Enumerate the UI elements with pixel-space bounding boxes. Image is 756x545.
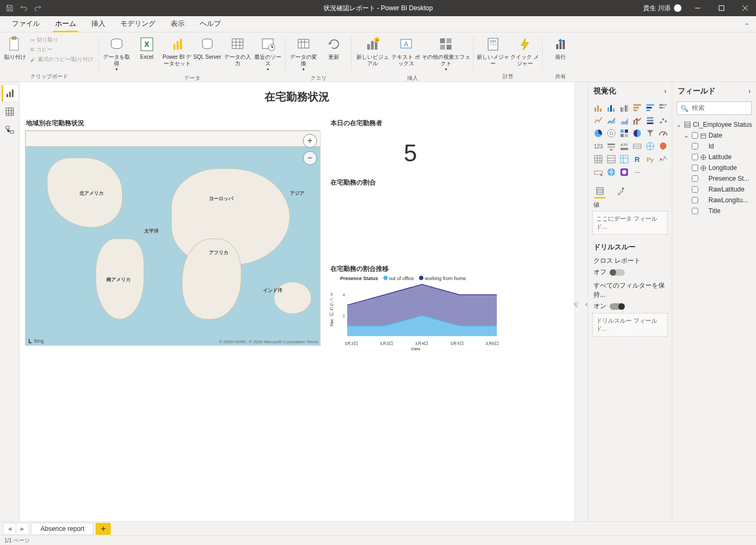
recent-sources-button[interactable]: 最近のソース▾ <box>253 33 282 74</box>
cut-button[interactable]: ✂切り取り <box>28 36 96 44</box>
viz-type-tile[interactable] <box>618 114 630 126</box>
viz-type-tile[interactable] <box>605 166 617 178</box>
report-canvas[interactable]: 在宅勤務状況 地域別在宅勤務状況 北アメリカ 南アメリカ ヨーロッパ アフリカ … <box>19 82 575 521</box>
redo-icon[interactable] <box>31 2 44 15</box>
viz-type-tile[interactable]: ab <box>605 140 617 152</box>
drillthrough-field-well[interactable]: ドリルスルー フィールド... <box>592 313 667 337</box>
tab-view[interactable]: 表示 <box>163 16 192 32</box>
map-zoom-out-icon[interactable]: − <box>303 151 317 165</box>
visual-map[interactable]: 地域別在宅勤務状況 北アメリカ 南アメリカ ヨーロッパ アフリカ アジア 太平洋… <box>25 117 321 343</box>
viz-type-tile[interactable] <box>592 101 604 113</box>
viz-type-tile[interactable] <box>592 153 604 165</box>
enter-data-button[interactable]: データの入力 <box>223 33 252 69</box>
viz-type-tile[interactable]: R <box>631 153 643 165</box>
new-measure-button[interactable]: 新しいメジャー <box>477 33 509 69</box>
viz-type-tile[interactable] <box>644 114 656 126</box>
save-icon[interactable] <box>3 2 16 15</box>
visual-trend-chart[interactable]: 在宅勤務の割合推移 Presence Status out of office … <box>329 262 502 349</box>
viz-type-tile[interactable] <box>618 153 630 165</box>
viz-tab-format-icon[interactable] <box>615 185 626 197</box>
viz-type-tile[interactable] <box>631 140 643 152</box>
field-checkbox[interactable] <box>692 208 698 214</box>
tab-file[interactable]: ファイル <box>4 16 48 32</box>
visual-card[interactable]: 本日の在宅勤務者 5 <box>329 117 491 170</box>
viz-type-tile[interactable] <box>657 114 669 126</box>
tab-home[interactable]: ホーム <box>48 16 84 32</box>
viz-type-tile[interactable] <box>657 140 669 152</box>
minimize-icon[interactable] <box>687 0 708 16</box>
report-view-icon[interactable] <box>2 85 18 101</box>
paste-button[interactable]: 貼り付け <box>3 33 27 63</box>
viz-type-tile[interactable] <box>631 101 643 113</box>
values-field-well[interactable]: ここにデータ フィールド... <box>592 211 667 235</box>
viz-pane-header[interactable]: 視覚化› <box>588 82 672 100</box>
field-row[interactable]: Id <box>674 141 754 152</box>
viz-type-tile[interactable] <box>592 166 604 178</box>
format-painter-button[interactable]: 🖌書式のコピー/貼り付け <box>28 55 96 64</box>
field-row[interactable]: Title <box>674 206 754 216</box>
viz-type-tile[interactable] <box>605 101 617 113</box>
field-checkbox[interactable] <box>692 143 698 149</box>
field-checkbox[interactable] <box>692 197 698 203</box>
fields-pane-header[interactable]: フィールド› <box>672 82 756 100</box>
copy-button[interactable]: ⧉コピー <box>28 45 96 54</box>
user-label[interactable]: 貴生 川添 <box>643 4 681 13</box>
viz-type-tile[interactable] <box>618 101 630 113</box>
viz-type-tile[interactable]: KPI <box>618 140 630 152</box>
tab-insert[interactable]: 挿入 <box>84 16 113 32</box>
viz-type-tile[interactable] <box>644 101 656 113</box>
field-row[interactable]: RawLatitude <box>674 184 754 195</box>
viz-type-tile[interactable] <box>644 140 656 152</box>
field-row[interactable]: RawLongitu... <box>674 195 754 206</box>
sql-server-button[interactable]: SQL Server <box>193 33 222 63</box>
field-checkbox[interactable] <box>692 132 698 139</box>
excel-button[interactable]: XExcel <box>132 33 161 63</box>
field-row[interactable]: ⌄Date <box>674 130 754 141</box>
get-data-button[interactable]: データを取得▾ <box>102 33 131 74</box>
map-zoom-in-icon[interactable]: + <box>303 134 317 148</box>
field-checkbox[interactable] <box>692 175 698 182</box>
quick-measure-button[interactable]: クイック メジャー <box>510 33 539 69</box>
data-view-icon[interactable] <box>2 104 18 120</box>
cross-report-toggle[interactable] <box>610 269 625 276</box>
tab-modeling[interactable]: モデリング <box>113 16 163 32</box>
viz-type-tile[interactable]: 123 <box>592 140 604 152</box>
viz-type-tile[interactable] <box>605 114 617 126</box>
close-icon[interactable] <box>734 0 756 16</box>
keep-filters-toggle[interactable] <box>610 303 625 310</box>
map-surface[interactable]: 北アメリカ 南アメリカ ヨーロッパ アフリカ アジア 太平洋 インド洋 + − … <box>25 130 321 346</box>
refresh-button[interactable]: 更新 <box>319 33 348 63</box>
pbi-dataset-button[interactable]: Power BI データセット <box>163 33 192 69</box>
viz-type-tile[interactable] <box>657 101 669 113</box>
textbox-button[interactable]: Aテキスト ボックス <box>392 33 421 69</box>
visual-ratio[interactable]: 在宅勤務の割合 <box>329 176 491 257</box>
field-row[interactable]: Latitude <box>674 152 754 162</box>
add-page-button[interactable]: + <box>96 523 111 535</box>
viz-type-tile[interactable]: Py <box>644 153 656 165</box>
viz-type-tile[interactable] <box>657 153 669 165</box>
viz-type-tile[interactable] <box>631 127 643 139</box>
viz-type-tile[interactable] <box>618 127 630 139</box>
field-checkbox[interactable] <box>692 165 698 171</box>
viz-type-tile[interactable] <box>657 127 669 139</box>
more-visuals-button[interactable]: その他の視覚エフェクト▾ <box>422 33 470 74</box>
publish-button[interactable]: 発行 <box>546 33 575 63</box>
maximize-icon[interactable] <box>711 0 732 16</box>
fields-search-input[interactable]: 🔍検索 <box>677 101 752 115</box>
viz-type-tile[interactable] <box>605 127 617 139</box>
page-prev-icon[interactable]: ◄ <box>3 523 16 535</box>
viz-more-icon[interactable]: ··· <box>631 166 643 178</box>
viz-type-tile[interactable] <box>592 127 604 139</box>
ribbon-collapse-icon[interactable]: ⌃ <box>738 20 756 32</box>
undo-icon[interactable] <box>17 2 30 15</box>
viz-type-tile[interactable] <box>605 153 617 165</box>
chevron-right-icon[interactable]: › <box>664 87 666 95</box>
new-visual-button[interactable]: +新しいビジュアル <box>355 33 390 69</box>
viz-type-tile[interactable] <box>644 127 656 139</box>
viz-type-tile[interactable] <box>618 166 630 178</box>
tab-help[interactable]: ヘルプ <box>192 16 228 32</box>
field-checkbox[interactable] <box>692 186 698 193</box>
field-row[interactable]: Longitude <box>674 162 754 173</box>
viz-tab-fields-icon[interactable] <box>595 185 605 197</box>
viz-type-tile[interactable] <box>592 114 604 126</box>
